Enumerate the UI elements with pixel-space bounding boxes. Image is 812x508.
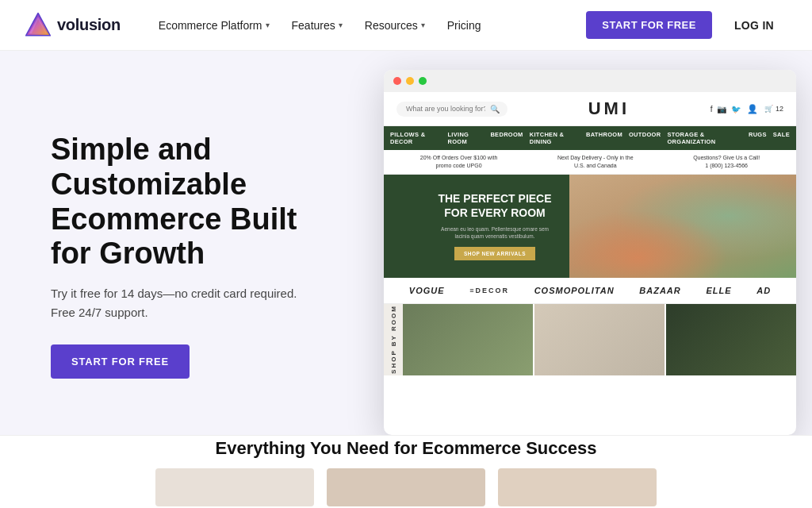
umi-header-icons: f 📷 🐦 👤 🛒 12 xyxy=(710,104,783,114)
brand-ad: AD xyxy=(756,286,771,295)
browser-maximize-dot xyxy=(419,77,427,85)
umi-store-mockup: 🔍 UMI f 📷 🐦 👤 🛒 12 PILLOWS & DECOR LIVIN… xyxy=(384,70,796,435)
nav-links: Ecommerce Platform ▾ Features ▾ Resource… xyxy=(149,13,586,38)
umi-hero-text: THE PERFECT PIECEFOR EVERY ROOM Aenean e… xyxy=(400,191,590,260)
brand-elle: ELLE xyxy=(706,286,731,295)
umi-logo: UMI xyxy=(588,98,630,119)
umi-social-icons: f 📷 🐦 xyxy=(710,105,741,114)
umi-nav-rugs[interactable]: RUGS xyxy=(749,131,767,145)
nav-ecommerce-platform[interactable]: Ecommerce Platform ▾ xyxy=(149,13,279,38)
browser-minimize-dot xyxy=(406,77,414,85)
brand-bazaar: BAZAAR xyxy=(639,286,680,295)
shop-by-room-label: SHOP BY ROOM xyxy=(384,304,403,375)
volusion-logo-icon xyxy=(25,13,51,38)
svg-marker-3 xyxy=(27,14,49,35)
navigation: volusion Ecommerce Platform ▾ Features ▾… xyxy=(0,0,812,51)
bottom-section: Everything You Need for Ecommerce Succes… xyxy=(0,435,812,508)
shop-room-item-1[interactable] xyxy=(403,304,533,375)
umi-hero-title: THE PERFECT PIECEFOR EVERY ROOM xyxy=(400,191,590,220)
umi-nav: PILLOWS & DECOR LIVING ROOM BEDROOM KITC… xyxy=(384,126,796,150)
shop-by-room-grid xyxy=(403,304,796,375)
umi-hero-image xyxy=(569,175,796,278)
cart-icon: 🛒 12 xyxy=(764,105,783,113)
chevron-down-icon: ▾ xyxy=(266,21,270,29)
umi-hero-subtitle: Aenean eu leo quam. Pellentesque ornare … xyxy=(400,225,590,241)
chevron-down-icon: ▾ xyxy=(339,21,343,29)
umi-brands-bar: VOGUE ≡DECOR COSMOPOLITAN BAZAAR ELLE AD xyxy=(384,278,796,304)
bottom-card-3 xyxy=(498,468,657,506)
logo[interactable]: volusion xyxy=(25,13,121,38)
nav-pricing[interactable]: Pricing xyxy=(438,13,491,38)
umi-promo-1: 20% Off Orders Over $100 with promo code… xyxy=(420,154,498,170)
bottom-title: Everything You Need for Ecommerce Succes… xyxy=(216,438,597,459)
chevron-down-icon: ▾ xyxy=(421,21,425,29)
umi-nav-storage[interactable]: STORAGE & ORGANIZATION xyxy=(667,131,742,145)
umi-nav-living[interactable]: LIVING ROOM xyxy=(447,131,484,145)
umi-shop-arrivals-button[interactable]: SHOP NEW ARRIVALS xyxy=(454,247,535,260)
hero-text-block: Simple and Customizable Ecommerce Built … xyxy=(51,133,384,379)
bottom-card-1 xyxy=(155,468,314,506)
nav-actions: START FOR FREE LOG IN xyxy=(586,11,787,40)
hero-start-for-free-button[interactable]: START FOR FREE xyxy=(51,344,190,379)
nav-features[interactable]: Features ▾ xyxy=(282,13,352,38)
bottom-card-2 xyxy=(327,468,485,506)
logo-text: volusion xyxy=(57,16,121,34)
bottom-cards xyxy=(155,468,657,506)
umi-search-input[interactable] xyxy=(406,105,485,113)
instagram-icon: 📷 xyxy=(717,105,726,114)
hero-title: Simple and Customizable Ecommerce Built … xyxy=(51,133,336,271)
brand-cosmopolitan: COSMOPOLITAN xyxy=(534,286,615,295)
umi-nav-outdoor[interactable]: OUTDOOR xyxy=(629,131,661,145)
brand-decor: ≡DECOR xyxy=(469,287,509,294)
umi-promo-3: Questions? Give Us a Call! 1 (800) 123-4… xyxy=(693,154,760,170)
shop-room-item-2[interactable] xyxy=(534,304,665,375)
umi-nav-pillows[interactable]: PILLOWS & DECOR xyxy=(390,131,441,145)
hero-subtitle: Try it free for 14 days—no credit card r… xyxy=(51,284,384,322)
nav-resources[interactable]: Resources ▾ xyxy=(355,13,435,38)
umi-nav-sale[interactable]: SALE xyxy=(773,131,790,145)
umi-hero-chair-graphic xyxy=(569,175,796,278)
umi-promo-bar: 20% Off Orders Over $100 with promo code… xyxy=(384,150,796,175)
twitter-icon: 🐦 xyxy=(731,105,741,114)
umi-shop-by-room: SHOP BY ROOM xyxy=(384,304,796,375)
nav-start-for-free-button[interactable]: START FOR FREE xyxy=(586,11,712,39)
facebook-icon: f xyxy=(710,105,713,114)
browser-chrome-bar xyxy=(384,70,796,92)
umi-hero-banner: THE PERFECT PIECEFOR EVERY ROOM Aenean e… xyxy=(384,175,796,278)
search-icon: 🔍 xyxy=(490,105,500,114)
browser-close-dot xyxy=(393,77,401,85)
brand-vogue: VOGUE xyxy=(409,286,445,295)
umi-nav-bedroom[interactable]: BEDROOM xyxy=(490,131,523,145)
nav-login-button[interactable]: LOG IN xyxy=(722,11,787,40)
umi-promo-2: Next Day Delivery - Only in the U.S. and… xyxy=(557,154,634,170)
umi-nav-bathroom[interactable]: BATHROOM xyxy=(586,131,622,145)
account-icon: 👤 xyxy=(747,104,758,114)
hero-section: Simple and Customizable Ecommerce Built … xyxy=(0,51,812,435)
umi-nav-kitchen[interactable]: KITCHEN & DINING xyxy=(530,131,580,145)
umi-search-box[interactable]: 🔍 xyxy=(396,102,508,117)
shop-room-item-3[interactable] xyxy=(666,304,796,375)
umi-header: 🔍 UMI f 📷 🐦 👤 🛒 12 xyxy=(384,92,796,126)
